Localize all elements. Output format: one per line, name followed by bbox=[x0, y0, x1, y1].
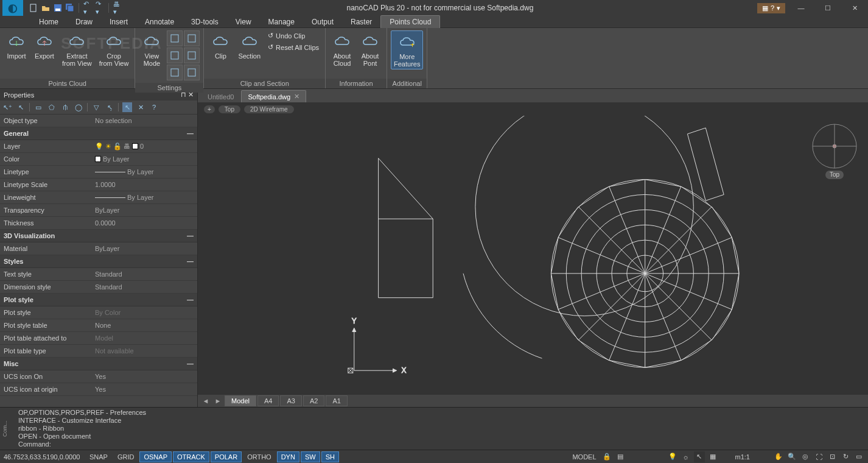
undo-icon[interactable]: ↶ ▾ bbox=[82, 2, 93, 13]
command-line[interactable]: Com... OP,OPTIONS,PROPS,PREF - Preferenc… bbox=[0, 407, 868, 450]
prop-row[interactable]: Text styleStandard bbox=[0, 268, 197, 281]
prop-row[interactable]: TransparencyByLayer bbox=[0, 204, 197, 217]
about-pont-button[interactable]: About Pont bbox=[357, 30, 383, 68]
reset-all-clips-button[interactable]: ↺Reset All Clips bbox=[265, 42, 321, 52]
clip-button[interactable]: Clip bbox=[208, 30, 233, 61]
menu-tab-3d-tools[interactable]: 3D-tools bbox=[183, 16, 227, 28]
view-chip[interactable]: Top bbox=[219, 105, 240, 113]
minimize-button[interactable]: — bbox=[788, 0, 814, 16]
settings-cell-4[interactable] bbox=[167, 65, 183, 80]
redo-icon[interactable]: ↷ ▾ bbox=[94, 2, 105, 13]
select-poly-icon[interactable]: ⬠ bbox=[47, 102, 57, 112]
select-lasso-icon[interactable]: ◯ bbox=[74, 102, 83, 112]
layout-tab-a3[interactable]: A3 bbox=[280, 395, 301, 406]
cursor-icon[interactable]: ↖ bbox=[16, 102, 26, 112]
export-button[interactable]: Export bbox=[32, 30, 57, 61]
doc-tab[interactable]: Untitled0 bbox=[201, 91, 240, 102]
status-toggle-dyn[interactable]: DYN bbox=[277, 451, 299, 462]
prop-section-general[interactable]: General— bbox=[0, 127, 197, 140]
crop-from-view-button[interactable]: Crop from View bbox=[97, 30, 131, 68]
view-chip[interactable]: + bbox=[204, 105, 215, 113]
prop-row[interactable]: Plot styleBy Color bbox=[0, 306, 197, 319]
prop-section-misc[interactable]: Misc— bbox=[0, 358, 197, 370]
section-button[interactable]: Section bbox=[236, 30, 263, 61]
menu-tab-output[interactable]: Output bbox=[303, 16, 342, 28]
prop-row[interactable]: Dimension styleStandard bbox=[0, 281, 197, 294]
object-type-value[interactable]: No selection bbox=[91, 115, 197, 126]
status-toggle-snap[interactable]: SNAP bbox=[85, 451, 112, 462]
lock-icon[interactable]: 🔒 bbox=[601, 451, 612, 462]
model-indicator[interactable]: MODEL bbox=[570, 453, 598, 461]
extract-from-view-button[interactable]: Extract from View bbox=[60, 30, 94, 68]
undo-clip-button[interactable]: ↺Undo Clip bbox=[265, 30, 321, 41]
prop-section-styles[interactable]: Styles— bbox=[0, 255, 197, 268]
select-rect-icon[interactable]: ▭ bbox=[33, 102, 43, 112]
menu-tab-draw[interactable]: Draw bbox=[67, 16, 101, 28]
prop-section-plot-style[interactable]: Plot style— bbox=[0, 294, 197, 306]
prop-section-3d-visualization[interactable]: 3D Visualization— bbox=[0, 230, 197, 242]
maximize-button[interactable]: ☐ bbox=[814, 0, 841, 16]
status-toggle-otrack[interactable]: OTRACK bbox=[173, 451, 209, 462]
view-mode-button[interactable]: View Mode bbox=[139, 30, 164, 68]
more-features-button[interactable]: +More Features bbox=[391, 30, 423, 69]
zoom-window-icon[interactable]: ⛶ bbox=[813, 451, 824, 462]
menu-tab-points-cloud[interactable]: Points Cloud bbox=[380, 15, 440, 28]
clean-screen-icon[interactable]: ▭ bbox=[853, 451, 864, 462]
prop-row[interactable]: Plot style tableNone bbox=[0, 319, 197, 332]
new-icon[interactable] bbox=[28, 2, 39, 13]
print-icon[interactable]: 🖶 ▾ bbox=[112, 2, 123, 13]
collapse-icon[interactable]: — bbox=[187, 258, 194, 265]
sun-icon[interactable]: ☼ bbox=[681, 451, 691, 462]
status-toggle-sh[interactable]: SH bbox=[321, 451, 339, 462]
layout-prev-icon[interactable]: ◄ bbox=[200, 397, 211, 405]
menu-tab-manage[interactable]: Manage bbox=[260, 16, 303, 28]
filter-icon[interactable]: ▽ bbox=[91, 102, 101, 112]
help-icon[interactable]: ? bbox=[149, 102, 159, 112]
prop-row[interactable]: Thickness0.0000 bbox=[0, 217, 197, 230]
collapse-icon[interactable]: — bbox=[187, 360, 194, 367]
select-fence-icon[interactable]: ⫛ bbox=[60, 102, 70, 112]
settings-cell-2[interactable] bbox=[167, 48, 183, 63]
pan-icon[interactable]: ✋ bbox=[773, 451, 784, 462]
cursor-status-icon[interactable]: ↖ bbox=[694, 451, 705, 462]
zoom-extents-icon[interactable]: ⊡ bbox=[827, 451, 838, 462]
settings-cell-3[interactable] bbox=[184, 48, 200, 63]
cursor-plus-icon[interactable]: ↖⁺ bbox=[2, 102, 12, 112]
status-toggle-grid[interactable]: GRID bbox=[113, 451, 139, 462]
status-toggle-sw[interactable]: SW bbox=[301, 451, 320, 462]
menu-tab-raster[interactable]: Raster bbox=[342, 16, 380, 28]
status-toggle-osnap[interactable]: OSNAP bbox=[139, 451, 172, 462]
drawing-canvas[interactable]: X Y Top bbox=[198, 116, 868, 395]
prop-row[interactable]: MaterialByLayer bbox=[0, 242, 197, 255]
settings-cell-0[interactable] bbox=[167, 30, 183, 46]
close-button[interactable]: ✕ bbox=[841, 0, 868, 16]
menu-tab-annotate[interactable]: Annotate bbox=[136, 16, 183, 28]
save-icon[interactable] bbox=[52, 2, 63, 13]
view-compass[interactable]: Top bbox=[807, 122, 862, 183]
menu-tab-view[interactable]: View bbox=[227, 16, 260, 28]
select-arrow-icon[interactable]: ↖ bbox=[122, 102, 132, 112]
prop-row[interactable]: UCS icon OnYes bbox=[0, 370, 197, 383]
zoom-icon[interactable]: 🔍 bbox=[786, 451, 797, 462]
save-all-icon[interactable] bbox=[65, 2, 75, 13]
regen-icon[interactable]: ↻ bbox=[840, 451, 851, 462]
deselect-icon[interactable]: ✕ bbox=[136, 102, 145, 112]
status-toggle-ortho[interactable]: ORTHO bbox=[243, 451, 276, 462]
collapse-icon[interactable]: — bbox=[187, 130, 194, 137]
tab-close-icon[interactable]: ✕ bbox=[294, 93, 299, 101]
orbit-icon[interactable]: ◎ bbox=[800, 451, 811, 462]
collapse-icon[interactable]: — bbox=[187, 296, 194, 303]
layout-tab-a4[interactable]: A4 bbox=[257, 395, 279, 406]
import-button[interactable]: Import bbox=[4, 30, 29, 61]
prop-row[interactable]: Color By Layer bbox=[0, 153, 197, 166]
grid-status-icon[interactable]: ▦ bbox=[707, 451, 718, 462]
prop-row[interactable]: Plot table attached toModel bbox=[0, 332, 197, 345]
layout-tab-a2[interactable]: A2 bbox=[303, 395, 324, 406]
doc-tab[interactable]: Softpedia.dwg✕ bbox=[241, 90, 306, 102]
bulb-icon[interactable]: 💡 bbox=[667, 451, 678, 462]
layout-next-icon[interactable]: ► bbox=[212, 397, 223, 405]
layout-tab-a1[interactable]: A1 bbox=[326, 395, 347, 406]
about-cloud-button[interactable]: About Cloud bbox=[329, 30, 355, 68]
settings-cell-5[interactable] bbox=[184, 65, 200, 80]
prop-row[interactable]: Plot table typeNot available bbox=[0, 345, 197, 358]
